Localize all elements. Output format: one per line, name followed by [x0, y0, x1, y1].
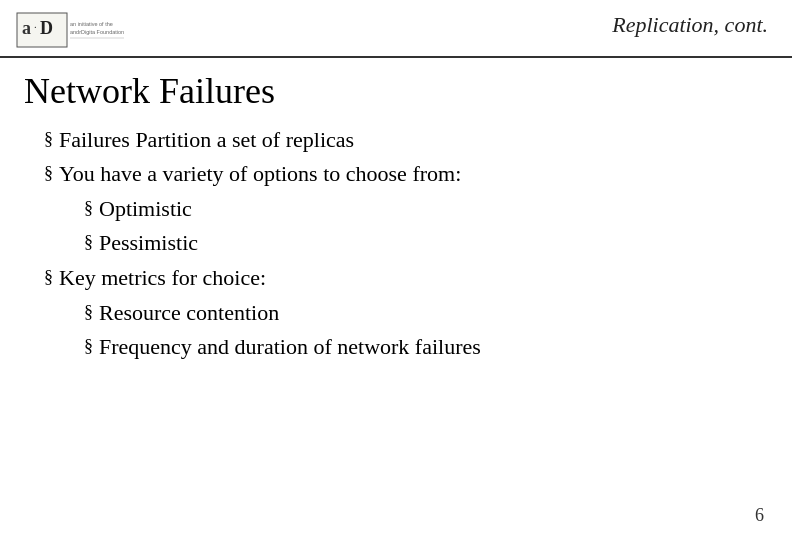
bullet-marker-2: § — [84, 197, 93, 220]
svg-text:D: D — [40, 18, 53, 38]
bullet-text-3: Pessimistic — [99, 229, 198, 258]
bullet-item-1: §You have a variety of options to choose… — [24, 160, 762, 189]
bullet-marker-4: § — [44, 266, 53, 289]
svg-text:an initiative of the: an initiative of the — [70, 21, 113, 27]
logo-area: a . D an initiative of the andrDigita Fo… — [16, 12, 136, 50]
svg-text:.: . — [34, 18, 37, 30]
logo-box: a . D an initiative of the andrDigita Fo… — [16, 12, 136, 50]
slide-container: a . D an initiative of the andrDigita Fo… — [0, 0, 792, 540]
bullet-item-5: §Resource contention — [24, 299, 762, 328]
svg-text:a: a — [22, 18, 31, 38]
page-title: Network Failures — [24, 72, 762, 112]
bullet-item-3: §Pessimistic — [24, 229, 762, 258]
bullet-item-0: §Failures Partition a set of replicas — [24, 126, 762, 155]
bullet-text-4: Key metrics for choice: — [59, 264, 266, 293]
svg-text:andrDigita Foundation: andrDigita Foundation — [70, 29, 124, 35]
bullet-item-4: §Key metrics for choice: — [24, 264, 762, 293]
bullet-item-6: §Frequency and duration of network failu… — [24, 333, 762, 362]
bullet-list: §Failures Partition a set of replicas§Yo… — [24, 126, 762, 362]
slide-header: a . D an initiative of the andrDigita Fo… — [0, 0, 792, 58]
bullet-marker-3: § — [84, 231, 93, 254]
bullet-text-1: You have a variety of options to choose … — [59, 160, 461, 189]
main-content: Network Failures §Failures Partition a s… — [0, 58, 792, 378]
bullet-text-0: Failures Partition a set of replicas — [59, 126, 354, 155]
bullet-item-2: §Optimistic — [24, 195, 762, 224]
page-number: 6 — [755, 505, 764, 526]
bullet-text-2: Optimistic — [99, 195, 192, 224]
logo-svg: a . D an initiative of the andrDigita Fo… — [16, 12, 126, 50]
bullet-marker-5: § — [84, 301, 93, 324]
bullet-marker-6: § — [84, 335, 93, 358]
bullet-text-5: Resource contention — [99, 299, 279, 328]
bullet-marker-0: § — [44, 128, 53, 151]
bullet-text-6: Frequency and duration of network failur… — [99, 333, 481, 362]
header-title: Replication, cont. — [612, 12, 768, 38]
bullet-marker-1: § — [44, 162, 53, 185]
